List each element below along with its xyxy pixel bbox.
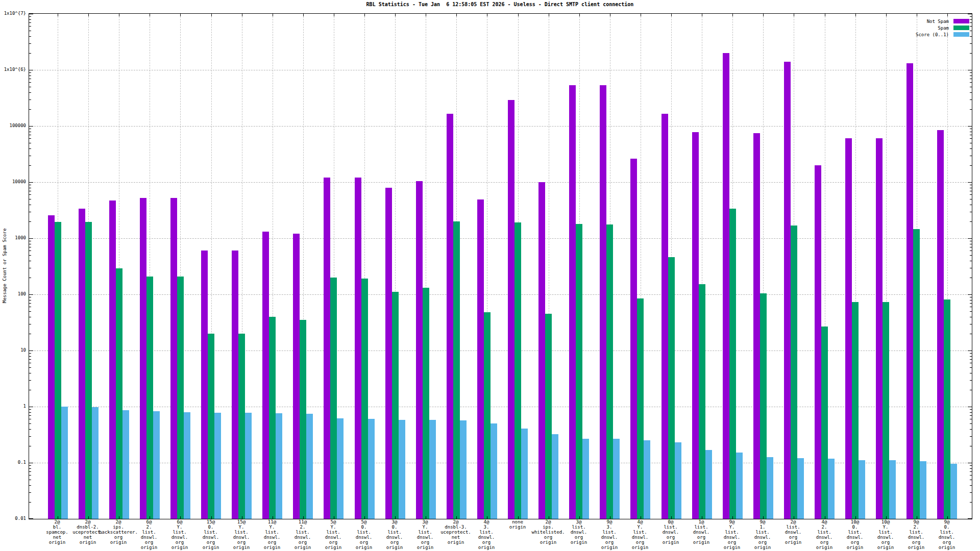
- x-top-tick: [671, 14, 672, 16]
- y-minor-tick: [970, 303, 972, 304]
- y-minor-tick: [970, 109, 972, 110]
- legend-swatch: [953, 19, 969, 23]
- y-minor-tick: [29, 99, 31, 100]
- bar-score-0-1: [276, 413, 282, 519]
- y-minor-tick: [29, 380, 31, 381]
- bar-not-spam: [815, 165, 821, 519]
- y-minor-tick: [29, 412, 31, 413]
- x-bottom-tick: [180, 516, 181, 519]
- y-minor-tick: [29, 36, 31, 37]
- x-top-tick: [487, 14, 487, 16]
- y-minor-tick: [970, 324, 972, 324]
- y-minor-tick: [29, 251, 31, 251]
- x-top-tick: [242, 14, 242, 16]
- x-top-tick: [395, 14, 396, 16]
- x-top-tick: [364, 14, 365, 16]
- y-minor-tick: [970, 423, 972, 424]
- y-minor-tick: [29, 244, 31, 244]
- y-minor-tick: [970, 79, 972, 79]
- y-minor-tick: [970, 92, 972, 93]
- bar-score-0-1: [429, 420, 436, 519]
- x-top-tick: [150, 14, 150, 16]
- x-top-tick: [180, 14, 181, 16]
- x-bottom-tick: [794, 516, 794, 519]
- x-top-tick: [58, 14, 58, 16]
- bar-not-spam: [201, 251, 208, 519]
- y-minor-tick: [29, 334, 31, 334]
- y-minor-tick: [29, 72, 31, 73]
- x-bottom-tick: [211, 516, 212, 519]
- x-bottom-tick: [150, 516, 150, 519]
- y-minor-tick: [970, 300, 972, 300]
- bar-not-spam: [508, 100, 514, 519]
- bar-not-spam: [324, 178, 330, 519]
- y-gridline: [29, 182, 972, 183]
- x-top-tick: [947, 14, 948, 16]
- legend-swatch: [953, 32, 969, 37]
- bar-not-spam: [109, 201, 116, 519]
- bar-score-0-1: [552, 434, 558, 519]
- bar-score-0-1: [920, 461, 926, 519]
- bar-score-0-1: [736, 453, 743, 519]
- bar-spam: [668, 257, 675, 519]
- y-major-tick: [968, 407, 972, 407]
- y-major-tick: [968, 126, 972, 127]
- bar-spam: [852, 302, 859, 519]
- y-minor-tick: [970, 241, 972, 241]
- y-minor-tick: [970, 205, 972, 205]
- chart-title: RBL Statistics - Tue Jan 6 12:58:05 EST …: [29, 2, 971, 7]
- bar-not-spam: [876, 138, 883, 519]
- legend-entry: Spam: [916, 24, 969, 31]
- y-tick-label: 100: [1, 291, 26, 296]
- bar-not-spam: [662, 114, 668, 519]
- bar-not-spam: [447, 114, 453, 519]
- x-top-tick: [211, 14, 212, 16]
- y-minor-tick: [29, 247, 31, 247]
- y-major-tick: [29, 14, 33, 14]
- bar-not-spam: [355, 178, 361, 519]
- x-top-tick: [303, 14, 304, 16]
- y-minor-tick: [970, 244, 972, 244]
- y-minor-tick: [970, 492, 972, 493]
- x-bottom-tick: [732, 516, 733, 519]
- y-minor-tick: [29, 194, 31, 195]
- bar-score-0-1: [582, 439, 589, 519]
- bar-spam: [699, 284, 705, 519]
- y-minor-tick: [970, 247, 972, 247]
- bar-not-spam: [293, 234, 300, 519]
- x-top-tick: [855, 14, 856, 16]
- bar-spam: [269, 317, 276, 519]
- y-minor-tick: [970, 76, 972, 76]
- y-minor-tick: [970, 251, 972, 251]
- y-minor-tick: [29, 19, 31, 20]
- bar-not-spam: [784, 62, 791, 519]
- y-minor-tick: [970, 261, 972, 261]
- x-top-tick: [794, 14, 794, 16]
- bar-score-0-1: [337, 418, 344, 519]
- y-minor-tick: [29, 278, 31, 278]
- y-minor-tick: [29, 363, 31, 363]
- bar-score-0-1: [122, 410, 129, 519]
- y-minor-tick: [970, 468, 972, 469]
- x-top-tick: [702, 14, 702, 16]
- bar-spam: [116, 268, 122, 519]
- y-minor-tick: [970, 143, 972, 143]
- y-tick-label: 1x10^{7}: [1, 11, 26, 16]
- bar-score-0-1: [705, 450, 712, 519]
- x-top-tick: [456, 14, 457, 16]
- x-category-label: 9@ 0. list. dnswl. org origin: [915, 519, 978, 550]
- y-minor-tick: [29, 356, 31, 357]
- y-minor-tick: [970, 99, 972, 100]
- y-minor-tick: [29, 132, 31, 132]
- y-tick-label: 10: [1, 347, 26, 353]
- bar-score-0-1: [613, 439, 620, 519]
- bar-spam: [177, 277, 184, 519]
- y-major-tick: [29, 463, 33, 463]
- y-minor-tick: [970, 212, 972, 212]
- x-top-tick: [732, 14, 733, 16]
- bar-spam: [55, 222, 61, 519]
- y-minor-tick: [29, 367, 31, 368]
- y-minor-tick: [29, 87, 31, 87]
- bar-spam: [208, 334, 214, 519]
- y-minor-tick: [29, 359, 31, 360]
